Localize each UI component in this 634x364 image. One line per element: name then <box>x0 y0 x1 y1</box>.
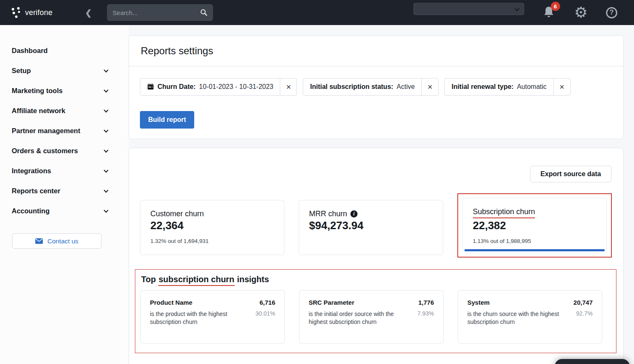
remove-filter-icon[interactable]: × <box>553 78 570 95</box>
insight-percent: 7.93% <box>417 310 434 326</box>
search-box <box>107 4 213 21</box>
reports-settings-panel: Reports settings <box>129 35 624 139</box>
metric-subtitle: 1.32% out of 1,694,931 <box>150 238 274 244</box>
insights-title-suffix: insights <box>235 275 269 284</box>
filter-value: 10-01-2023 - 10-31-2023 <box>199 83 274 91</box>
sidebar-item-accounting[interactable]: Accounting <box>0 201 129 221</box>
sidebar-item-label: Dashboard <box>12 47 48 55</box>
insight-cards-row: Product Name 6,716 is the product with t… <box>140 290 612 344</box>
settings-gear-icon[interactable]: ⚙ <box>574 5 588 20</box>
account-dropdown[interactable] <box>413 3 524 15</box>
filter-chip-renewal-type: Initial renewal type: Automatic × <box>444 78 571 96</box>
metric-title: Customer churn <box>150 210 274 218</box>
insights-title-highlight: subscription churn <box>158 275 235 286</box>
topbar: verifone ❮ 6 ⚙ ? <box>0 0 634 25</box>
sidebar-item-label: Marketing tools <box>12 87 63 95</box>
chevron-down-icon <box>104 68 108 72</box>
chevron-down-icon <box>104 128 108 132</box>
metric-card-mrr-churn[interactable]: MRR churn i $94,273.94 <box>299 200 443 255</box>
chevron-down-icon <box>104 148 108 152</box>
filter-label: Initial renewal type: <box>451 83 513 91</box>
filter-value: Active <box>397 83 415 91</box>
insight-description: is the initial order source with the hig… <box>309 310 408 326</box>
export-source-data-button[interactable]: Export source data <box>530 166 611 182</box>
report-panel: Export source data Customer churn 22,364… <box>129 148 624 364</box>
insight-value: 20,747 <box>573 299 593 306</box>
filter-value: Automatic <box>517 83 547 91</box>
metric-card-subscription-churn[interactable]: Subscription churn 22,382 1.13% out of 1… <box>462 198 607 253</box>
metric-value: $94,273.94 <box>309 219 433 232</box>
search-input[interactable] <box>113 9 200 16</box>
sidebar-item-label: Orders & customers <box>12 147 78 155</box>
insight-percent: 92.7% <box>576 310 593 326</box>
info-icon[interactable]: i <box>350 210 358 217</box>
metric-value: 22,382 <box>473 219 596 232</box>
annotation-box-insights: Top subscription churn insights Product … <box>135 269 616 353</box>
notification-count-badge: 6 <box>551 2 560 11</box>
selected-tab-indicator <box>464 249 605 251</box>
sidebar-item-label: Affiliate network <box>12 107 65 115</box>
calendar-icon <box>147 83 154 90</box>
remove-filter-icon[interactable]: × <box>421 78 438 95</box>
filter-label: Initial subscription status: <box>310 83 393 91</box>
contact-us-label: Contact us <box>47 238 78 245</box>
sidebar-item-marketing-tools[interactable]: Marketing tools <box>0 81 129 101</box>
filter-chip-subscription-status: Initial subscription status: Active × <box>303 78 439 96</box>
page-title: Reports settings <box>141 45 611 57</box>
chevron-down-icon <box>104 88 108 92</box>
metric-subtitle: 1.13% out of 1,988,995 <box>473 238 596 244</box>
build-report-button[interactable]: Build report <box>140 111 194 129</box>
sidebar-item-setup[interactable]: Setup <box>0 61 129 81</box>
verifone-dots-icon <box>12 7 22 18</box>
notifications-button[interactable]: 6 <box>543 5 555 20</box>
sidebar-item-reports-center[interactable]: Reports center <box>0 181 129 201</box>
verifone-logo: verifone <box>12 7 53 18</box>
metric-title: MRR churn <box>309 210 347 218</box>
brand-name: verifone <box>25 8 53 17</box>
insight-card-product-name: Product Name 6,716 is the product with t… <box>140 290 285 344</box>
sidebar: Dashboard Setup Marketing tools Affiliat… <box>0 25 129 364</box>
insight-percent: 30.01% <box>256 310 275 326</box>
insight-card-src-parameter: SRC Parameter 1,776 is the initial order… <box>299 290 444 344</box>
sidebar-item-orders-customers[interactable]: Orders & customers <box>0 141 129 161</box>
sidebar-item-label: Integrations <box>12 167 51 175</box>
insight-name: SRC Parameter <box>309 299 354 306</box>
main-content: Reports settings <box>129 25 634 364</box>
chevron-down-icon <box>104 208 108 212</box>
chevron-down-icon <box>104 108 108 112</box>
remove-filter-icon[interactable]: × <box>280 78 297 95</box>
insights-title: Top subscription churn insights <box>141 275 612 284</box>
sidebar-item-label: Reports center <box>12 187 60 195</box>
chat-widget-button[interactable] <box>555 359 630 364</box>
sidebar-item-label: Setup <box>12 67 31 75</box>
help-icon[interactable]: ? <box>606 7 617 18</box>
insight-card-system: System 20,747 is the churn source with t… <box>458 290 602 344</box>
envelope-icon <box>35 238 43 244</box>
insights-title-prefix: Top <box>141 275 158 284</box>
annotation-box-subscription-churn: Subscription churn 22,382 1.13% out of 1… <box>457 193 612 258</box>
insight-value: 1,776 <box>418 299 434 306</box>
sidebar-item-label: Accounting <box>12 207 50 215</box>
metric-cards-row: Customer churn 22,364 1.32% out of 1,694… <box>129 193 623 258</box>
chevron-down-icon <box>515 6 519 11</box>
sidebar-item-dashboard[interactable]: Dashboard <box>0 40 129 61</box>
chevron-down-icon <box>104 188 108 192</box>
filter-chip-churn-date: Churn Date: 10-01-2023 - 10-31-2023 × <box>140 78 297 96</box>
insight-name: Product Name <box>150 299 193 306</box>
insight-value: 6,716 <box>259 299 275 306</box>
insight-description: is the churn source with the highest sub… <box>467 310 567 326</box>
metric-value: 22,364 <box>150 219 274 232</box>
insight-description: is the product with the highest subscrip… <box>150 310 249 326</box>
filter-chips: Churn Date: 10-01-2023 - 10-31-2023 × In… <box>140 78 612 96</box>
insight-name: System <box>467 299 489 306</box>
sidebar-item-integrations[interactable]: Integrations <box>0 161 129 181</box>
metric-card-customer-churn[interactable]: Customer churn 22,364 1.32% out of 1,694… <box>140 200 284 255</box>
contact-us-button[interactable]: Contact us <box>12 233 101 249</box>
search-icon[interactable] <box>200 8 208 17</box>
sidebar-item-partner-management[interactable]: Partner management <box>0 121 129 141</box>
filter-label: Churn Date: <box>157 83 196 91</box>
metric-title: Subscription churn <box>473 207 535 218</box>
chevron-down-icon <box>104 168 108 172</box>
sidebar-item-affiliate-network[interactable]: Affiliate network <box>0 101 129 121</box>
collapse-sidebar-icon[interactable]: ❮ <box>85 8 92 18</box>
